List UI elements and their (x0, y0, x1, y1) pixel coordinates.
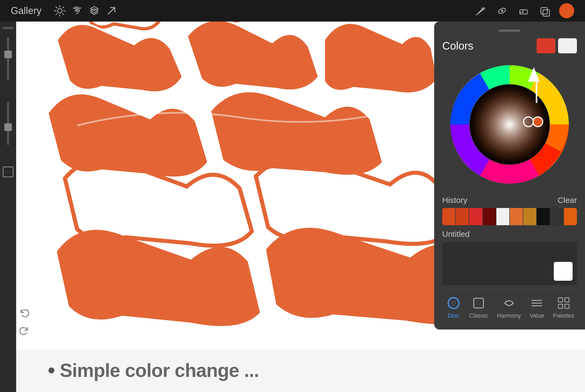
toolbar-right (473, 3, 574, 18)
brush-icon[interactable] (473, 3, 488, 18)
arrow-icon[interactable] (104, 3, 119, 18)
history-swatch-8[interactable] (551, 208, 563, 225)
layers-icon[interactable] (87, 3, 102, 18)
color-wheel-container[interactable] (445, 60, 574, 189)
classic-icon (472, 296, 486, 310)
gallery-button[interactable]: Gallery (11, 5, 41, 16)
redo-button[interactable] (18, 325, 31, 338)
header-swatches (537, 38, 577, 53)
history-swatch-9[interactable] (564, 208, 577, 225)
palettes-icon (557, 296, 571, 310)
brush-size-slider[interactable] (7, 37, 9, 80)
svg-rect-7 (543, 10, 549, 16)
previous-color-swatch[interactable] (558, 38, 577, 53)
svg-point-2 (77, 9, 79, 12)
panel-tabs: Disc Classic Harmony (442, 289, 577, 321)
history-swatch-6[interactable] (523, 208, 536, 225)
smudge-icon[interactable] (495, 3, 510, 18)
tab-disc[interactable]: Disc (442, 294, 465, 321)
colors-panel: Colors (434, 22, 585, 329)
opacity-thumb[interactable] (4, 123, 12, 131)
svg-rect-17 (474, 298, 483, 308)
current-color-swatch[interactable] (537, 38, 555, 53)
value-label: Value (530, 312, 544, 319)
square-button[interactable] (3, 166, 13, 177)
eraser-icon[interactable] (516, 3, 531, 18)
panel-header: Colors (442, 38, 577, 53)
layers-panel-icon[interactable] (538, 3, 553, 18)
history-swatch-3[interactable] (483, 208, 496, 225)
svg-rect-19 (565, 298, 569, 302)
history-swatches (442, 208, 577, 225)
undo-area (16, 307, 32, 338)
history-swatch-1[interactable] (456, 208, 469, 225)
clear-button[interactable]: Clear (558, 196, 577, 205)
canvas-bottom-text: Simple color change ... (60, 360, 259, 381)
tab-palettes[interactable]: Palettes (549, 294, 579, 321)
svg-point-16 (452, 301, 455, 305)
palettes-label: Palettes (553, 312, 574, 319)
settings-icon[interactable] (52, 3, 67, 18)
panel-drag-handle[interactable] (499, 30, 520, 32)
history-swatch-5[interactable] (510, 208, 523, 225)
bottom-text-bar: Simple color change ... (16, 349, 585, 392)
opacity-slider[interactable] (7, 102, 9, 145)
bullet-dot (48, 367, 54, 373)
tab-classic[interactable]: Classic (465, 294, 493, 321)
adjustments-icon[interactable] (69, 3, 85, 18)
palette-area[interactable] (442, 242, 577, 285)
white-swatch[interactable] (554, 262, 573, 281)
panel-title: Colors (442, 40, 473, 52)
history-header: History Clear (442, 196, 577, 205)
slider-thumb[interactable] (4, 51, 12, 58)
color-wheel-svg[interactable] (445, 60, 574, 189)
history-swatch-7[interactable] (537, 208, 550, 225)
svg-rect-20 (558, 304, 563, 308)
svg-rect-6 (541, 8, 547, 14)
history-label: History (442, 196, 467, 205)
tab-value[interactable]: Value (525, 294, 549, 321)
svg-rect-18 (558, 298, 563, 302)
classic-label: Classic (469, 312, 488, 319)
palette-label: Untitled (442, 230, 577, 239)
svg-point-0 (58, 9, 62, 13)
disc-icon (447, 296, 461, 310)
sidebar-drag-handle (3, 27, 13, 29)
svg-point-15 (448, 298, 459, 308)
tab-harmony[interactable]: Harmony (493, 294, 525, 321)
disc-label: Disc (448, 312, 459, 319)
active-color-button[interactable] (559, 3, 574, 18)
svg-rect-21 (565, 304, 569, 308)
history-section: History Clear (442, 196, 577, 225)
history-swatch-2[interactable] (469, 208, 482, 225)
history-swatch-0[interactable] (442, 208, 455, 225)
palette-section: Untitled (442, 230, 577, 285)
harmony-label: Harmony (497, 312, 521, 319)
history-swatch-4[interactable] (496, 208, 509, 225)
left-sidebar (0, 22, 16, 392)
svg-rect-5 (520, 10, 527, 14)
undo-button[interactable] (18, 307, 31, 320)
svg-point-1 (75, 7, 78, 9)
harmony-icon (502, 296, 516, 310)
svg-point-4 (501, 10, 503, 12)
color-picker-selected[interactable] (533, 117, 543, 127)
toolbar: Gallery (0, 0, 585, 22)
value-icon (530, 296, 544, 310)
